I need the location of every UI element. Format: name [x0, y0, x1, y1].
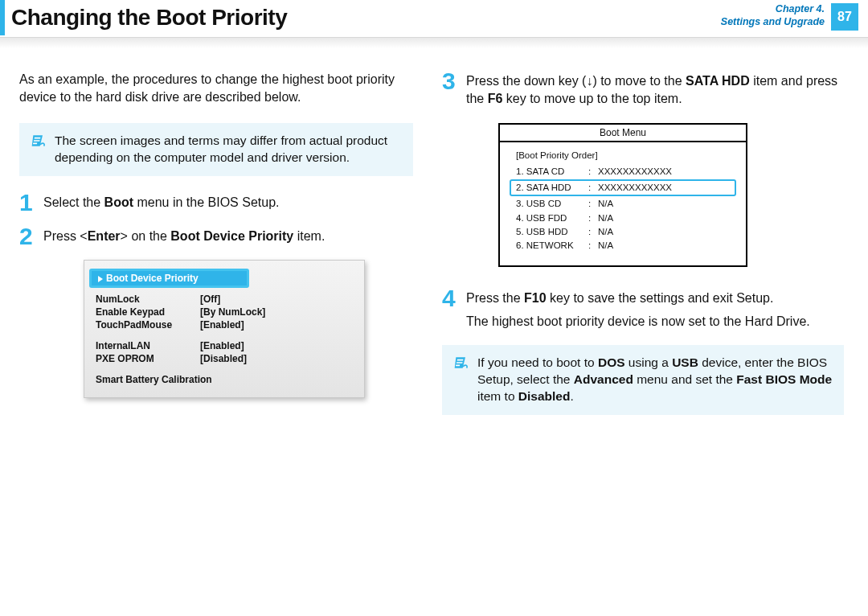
boot-row: 6. NETWORK:N/A	[511, 239, 735, 253]
step-4-line2: The highest boot priority device is now …	[466, 314, 810, 328]
bios-key: NumLock	[96, 294, 200, 305]
step-3-body: Press the down key (↓) to move to the SA…	[466, 71, 844, 109]
boot-colon: :	[588, 239, 598, 253]
boot-item-name: 2. SATA HDD	[516, 181, 588, 195]
step-1-bold: Boot	[104, 195, 133, 209]
boot-row: 4. USB FDD:N/A	[511, 211, 735, 225]
step-1: 1 Select the Boot menu in the BIOS Setup…	[19, 192, 413, 215]
step-1-body: Select the Boot menu in the BIOS Setup.	[43, 192, 279, 215]
info-note-1: The screen images and terms may differ f…	[19, 123, 413, 176]
boot-item-name: 6. NETWORK	[516, 239, 588, 253]
boot-item-detail: N/A	[598, 197, 613, 211]
bios-key: InternalLAN	[96, 340, 200, 351]
note2-b1: DOS	[598, 355, 625, 369]
bios-row: Smart Battery Calibration	[84, 373, 364, 386]
bios-row: NumLock[Off]	[84, 293, 364, 306]
step-2-number: 2	[19, 224, 43, 248]
bios-key: Enable Keypad	[96, 306, 200, 318]
step-4-mid: key to save the settings and exit Setup.	[547, 291, 774, 305]
step-3-pre: Press the down key (↓) to move to the	[466, 74, 686, 88]
bios-val: [Enabled]	[200, 340, 244, 351]
step-2-body: Press <Enter> on the Boot Device Priorit…	[43, 226, 325, 248]
info-note-2: If you need to boot to DOS using a USB d…	[442, 345, 844, 415]
intro-text: As an example, the procedures to change …	[19, 71, 413, 105]
boot-item-name: 5. USB HDD	[516, 225, 588, 239]
bios-footer: Smart Battery Calibration	[96, 374, 212, 385]
note2-b2: USB	[672, 355, 698, 369]
step-1-post: menu in the BIOS Setup.	[133, 195, 279, 209]
step-4-number: 4	[442, 286, 466, 331]
step-2-bold1: Enter	[88, 229, 121, 243]
note-icon	[453, 355, 469, 371]
note2-pre: If you need to boot to	[477, 355, 598, 369]
step-1-pre: Select the	[43, 195, 104, 209]
right-column: 3 Press the down key (↓) to move to the …	[434, 64, 868, 431]
note2-b5: Disabled	[518, 389, 571, 403]
step-3-number: 3	[442, 69, 466, 109]
boot-colon: :	[588, 197, 598, 211]
bios-highlight-item: Boot Device Priority	[92, 271, 247, 285]
step-1-number: 1	[19, 191, 43, 215]
note2-mid4: item to	[477, 389, 518, 403]
header-divider	[0, 37, 868, 48]
left-column: As an example, the procedures to change …	[0, 64, 434, 431]
content-columns: As an example, the procedures to change …	[0, 64, 868, 431]
boot-item-name: 4. USB FDD	[516, 211, 588, 225]
boot-colon: :	[588, 211, 598, 225]
note2-post: .	[570, 389, 573, 403]
page-title: Changing the Boot Priority	[11, 5, 287, 31]
step-2-pre: Press <	[43, 229, 88, 243]
boot-menu-title: Boot Menu	[500, 125, 746, 142]
boot-item-detail: XXXXXXXXXXXX	[598, 165, 672, 179]
boot-section-label: [Boot Priority Order]	[511, 150, 735, 160]
bios-val: [Off]	[200, 294, 220, 305]
bios-highlight-label: Boot Device Priority	[106, 273, 199, 284]
boot-item-detail: N/A	[598, 225, 613, 239]
chapter-label: Chapter 4. Settings and Upgrade	[721, 3, 825, 28]
boot-item-name: 1. SATA CD	[516, 165, 588, 179]
page-number: 87	[831, 3, 858, 31]
boot-item-name: 3. USB CD	[516, 197, 588, 211]
note-text-1: The screen images and terms may differ f…	[55, 133, 387, 164]
boot-item-detail: XXXXXXXXXXXX	[598, 181, 672, 195]
bios-val: [By NumLock]	[200, 306, 265, 318]
step-2: 2 Press <Enter> on the Boot Device Prior…	[19, 226, 413, 248]
boot-colon: :	[588, 165, 598, 179]
bios-highlight-box: Boot Device Priority	[89, 269, 249, 288]
step-3-post: key to move up to the top item.	[502, 92, 682, 105]
bios-row: Enable Keypad[By NumLock]	[84, 306, 364, 318]
step-4-body: Press the F10 key to save the settings a…	[466, 288, 810, 331]
step-2-post: item.	[293, 229, 325, 243]
bios-row: TouchPadMouse[Enabled]	[84, 318, 364, 331]
bios-row: PXE OPROM[Disabled]	[84, 352, 364, 365]
step-2-bold2: Boot Device Priority	[170, 229, 293, 243]
boot-row: 3. USB CD:N/A	[511, 197, 735, 211]
note-icon	[31, 133, 47, 149]
step-3-bold2: F6	[488, 92, 503, 105]
step-4: 4 Press the F10 key to save the settings…	[442, 288, 844, 331]
boot-row: 5. USB HDD:N/A	[511, 225, 735, 239]
note2-mid1: using a	[625, 355, 673, 369]
bios-key: TouchPadMouse	[96, 319, 200, 331]
note2-mid3: menu and set the	[633, 372, 736, 386]
boot-menu-body: [Boot Priority Order] 1. SATA CD:XXXXXXX…	[500, 142, 746, 266]
bios-setup-panel: Boot Device Priority NumLock[Off] Enable…	[84, 260, 365, 398]
header-accent	[0, 0, 5, 35]
step-3-bold1: SATA HDD	[686, 74, 750, 88]
bios-val: [Disabled]	[200, 353, 247, 364]
step-4-bold1: F10	[524, 291, 547, 305]
note2-b3: Advanced	[574, 372, 633, 386]
boot-menu-panel: Boot Menu [Boot Priority Order] 1. SATA …	[498, 123, 747, 268]
step-2-mid: > on the	[121, 229, 171, 243]
boot-colon: :	[588, 181, 598, 195]
bios-key: PXE OPROM	[96, 353, 200, 364]
bios-val: [Enabled]	[200, 319, 244, 331]
step-4-pre: Press the	[466, 291, 524, 305]
bios-row: InternalLAN[Enabled]	[84, 339, 364, 352]
triangle-icon	[98, 276, 103, 282]
boot-item-detail: N/A	[598, 239, 613, 253]
boot-item-detail: N/A	[598, 211, 613, 225]
boot-row-highlighted: 2. SATA HDD:XXXXXXXXXXXX	[510, 179, 736, 196]
chapter-line2: Settings and Upgrade	[721, 16, 825, 29]
boot-row: 1. SATA CD:XXXXXXXXXXXX	[511, 165, 735, 179]
